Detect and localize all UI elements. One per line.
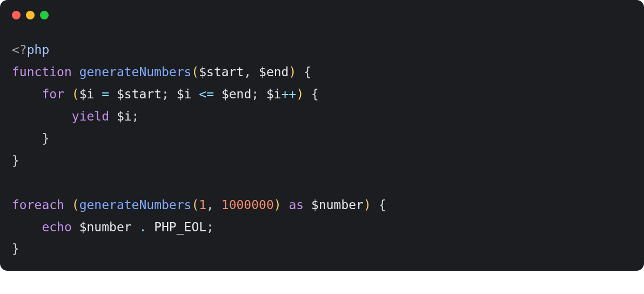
brace: { bbox=[304, 65, 311, 79]
code-line: echo $number . PHP_EOL; bbox=[12, 220, 214, 234]
minimize-icon[interactable] bbox=[26, 11, 35, 19]
variable: $number bbox=[79, 220, 132, 234]
code-line: for ($i = $start; $i <= $end; $i++) { bbox=[12, 87, 319, 101]
constant: PHP_EOL bbox=[154, 220, 206, 234]
space bbox=[64, 87, 72, 101]
brace: } bbox=[42, 131, 49, 145]
keyword-echo: echo bbox=[42, 220, 71, 234]
semicolon: ; bbox=[132, 109, 139, 123]
paren: ) bbox=[364, 198, 371, 212]
indent bbox=[12, 131, 42, 145]
code-line: yield $i; bbox=[12, 109, 139, 123]
function-name: generateNumbers bbox=[79, 65, 192, 79]
operator: = bbox=[102, 87, 109, 101]
space bbox=[296, 65, 304, 79]
paren: ( bbox=[72, 87, 79, 101]
space bbox=[169, 87, 177, 101]
space bbox=[109, 87, 117, 101]
code-line: <?php bbox=[12, 43, 49, 57]
space bbox=[214, 87, 222, 101]
variable: $start bbox=[117, 87, 162, 101]
space bbox=[251, 65, 259, 79]
semicolon: ; bbox=[206, 220, 214, 234]
brace: { bbox=[311, 87, 319, 101]
variable: $start bbox=[199, 65, 244, 79]
php-tag-name: php bbox=[27, 43, 50, 57]
semicolon: ; bbox=[162, 87, 169, 101]
space bbox=[371, 198, 379, 212]
code-line: } bbox=[12, 242, 19, 256]
space bbox=[132, 220, 139, 234]
code-line: foreach (generateNumbers(1, 1000000) as … bbox=[12, 198, 386, 212]
space bbox=[94, 87, 102, 101]
space bbox=[109, 109, 117, 123]
keyword-foreach: foreach bbox=[12, 198, 64, 212]
operator: ++ bbox=[281, 87, 297, 101]
indent bbox=[12, 220, 42, 234]
keyword-as: as bbox=[289, 198, 304, 212]
operator: <= bbox=[199, 87, 214, 101]
space bbox=[304, 87, 311, 101]
space bbox=[72, 220, 79, 234]
window-titlebar bbox=[0, 0, 644, 25]
space bbox=[304, 198, 311, 212]
variable: $i bbox=[266, 87, 281, 101]
number: 1 bbox=[199, 198, 206, 212]
code-line: } bbox=[12, 153, 19, 168]
comma: , bbox=[206, 198, 214, 212]
variable: $number bbox=[311, 198, 364, 212]
code-line: } bbox=[12, 131, 49, 145]
brace: } bbox=[12, 242, 19, 256]
indent bbox=[12, 109, 72, 123]
semicolon: ; bbox=[251, 87, 259, 101]
code-editor-window: <?php function generateNumbers($start, $… bbox=[0, 0, 644, 271]
comma: , bbox=[244, 65, 251, 79]
brace: } bbox=[12, 153, 19, 168]
keyword-function: function bbox=[12, 65, 72, 79]
number: 1000000 bbox=[222, 198, 274, 212]
brace: { bbox=[379, 198, 386, 212]
space bbox=[146, 220, 154, 234]
space bbox=[259, 87, 266, 101]
paren: ( bbox=[191, 65, 199, 79]
paren: ) bbox=[296, 87, 304, 101]
keyword-yield: yield bbox=[72, 109, 109, 123]
paren: ( bbox=[72, 198, 79, 212]
variable: $i bbox=[177, 87, 192, 101]
close-icon[interactable] bbox=[12, 11, 21, 19]
space bbox=[64, 198, 72, 212]
maximize-icon[interactable] bbox=[40, 11, 49, 19]
space bbox=[214, 198, 222, 212]
space bbox=[281, 198, 289, 212]
variable: $i bbox=[117, 109, 132, 123]
indent bbox=[12, 87, 42, 101]
keyword-for: for bbox=[42, 87, 64, 101]
code-area: <?php function generateNumbers($start, $… bbox=[0, 25, 644, 260]
paren: ) bbox=[274, 198, 281, 212]
space bbox=[191, 87, 199, 101]
variable: $i bbox=[79, 87, 95, 101]
function-call: generateNumbers bbox=[79, 198, 192, 212]
operator: . bbox=[139, 220, 146, 234]
code-line: function generateNumbers($start, $end) { bbox=[12, 65, 311, 79]
variable: $end bbox=[222, 87, 251, 101]
php-open-tag: <? bbox=[12, 43, 27, 57]
paren: ( bbox=[191, 198, 199, 212]
variable: $end bbox=[259, 65, 289, 79]
paren: ) bbox=[289, 65, 296, 79]
